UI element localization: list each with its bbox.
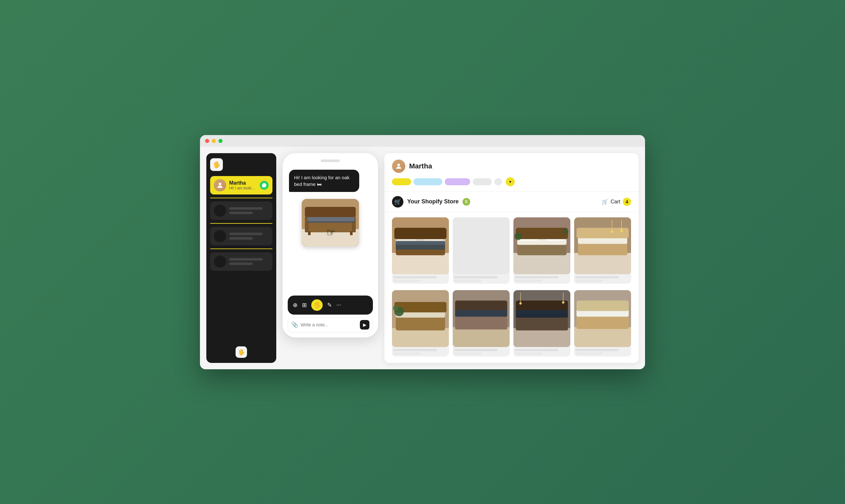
product-name-line-4 [576, 276, 619, 278]
maximize-button[interactable] [218, 139, 223, 143]
svg-rect-52 [455, 300, 507, 310]
products-grid-row2 [384, 289, 639, 362]
product-name-line-2 [454, 276, 497, 278]
product-price-line-3 [515, 280, 542, 282]
bed-visual-5 [392, 290, 449, 347]
contact-placeholder-1[interactable] [210, 201, 272, 220]
product-card-7[interactable] [513, 290, 570, 357]
shopify-customer-header: Martha ▾ [384, 153, 639, 192]
message-text: Hi! I am looking for an oak bed frame 🛏 [294, 175, 349, 187]
avatar-martha [214, 179, 226, 191]
product-meta-6 [453, 347, 510, 357]
contact-preview-martha: Hi! I am looking... [229, 186, 257, 190]
store-info: 🛒 Your Shopify Store S [392, 196, 470, 208]
tag-4[interactable] [473, 178, 492, 185]
svg-rect-22 [394, 228, 446, 239]
bed-svg-5 [392, 290, 449, 347]
svg-point-30 [514, 232, 522, 240]
sidebar-logo-top: 🖐 [210, 158, 223, 171]
product-name-line-1 [393, 276, 437, 278]
svg-rect-54 [513, 328, 570, 347]
bed-svg-1 [392, 217, 449, 274]
browser-content: 🖐 Martha Hi! I am looking... [200, 147, 645, 369]
product-card-6[interactable] [453, 290, 510, 357]
name-line-1 [229, 207, 263, 210]
tag-2[interactable] [413, 178, 442, 185]
customer-avatar [392, 160, 405, 173]
svg-rect-13 [350, 231, 353, 235]
product-card-2[interactable] [453, 217, 510, 284]
add-icon[interactable]: ⊕ [293, 302, 298, 309]
cart-info[interactable]: 🛒 Cart 4 [602, 198, 631, 206]
contact-item-martha[interactable]: Martha Hi! I am looking... [210, 176, 272, 195]
svg-rect-49 [453, 327, 510, 347]
cart-label: Cart [611, 199, 620, 205]
customer-tags: ▾ [392, 177, 631, 186]
phone-notch [321, 160, 340, 162]
bed-svg-4 [574, 217, 631, 274]
customer-person-icon [395, 162, 403, 170]
product-meta-7 [513, 347, 570, 357]
phone-toolbar: ⊕ ⊞ 🖐 ✎ ··· [288, 295, 373, 314]
product-image-7 [513, 290, 570, 347]
note-input[interactable] [301, 322, 357, 327]
attach-icon[interactable]: 📎 [291, 321, 298, 328]
contact-placeholder-3[interactable] [210, 252, 272, 271]
product-meta-5 [392, 347, 449, 357]
product-image-2 [453, 217, 510, 274]
svg-rect-11 [305, 207, 356, 217]
products-grid-row1 [384, 212, 639, 289]
tag-3[interactable] [445, 178, 470, 185]
phone-mockup: Hi! I am looking for an oak bed frame 🛏 [283, 153, 378, 338]
tag-1[interactable] [392, 178, 411, 185]
tag-5[interactable] [494, 178, 502, 185]
sidebar-divider-2 [210, 223, 272, 224]
store-name: Your Shopify Store [407, 198, 459, 205]
shopify-panel: Martha ▾ 🛒 Your Shopify Store [384, 153, 639, 363]
avatar-placeholder-1 [214, 205, 226, 217]
sidebar-divider [210, 198, 272, 198]
more-icon[interactable]: ··· [336, 302, 341, 308]
svg-rect-12 [308, 231, 311, 235]
bed-svg-8 [574, 290, 631, 347]
product-card-1[interactable] [392, 217, 449, 284]
browser-titlebar [200, 135, 645, 147]
bed-visual-8 [574, 290, 631, 347]
svg-point-39 [611, 230, 614, 233]
bed-illustration [302, 199, 359, 247]
product-card-4[interactable] [574, 217, 631, 284]
message-bubble: Hi! I am looking for an oak bed frame 🛏 [289, 170, 359, 192]
svg-rect-66 [576, 300, 629, 311]
svg-rect-63 [574, 327, 631, 347]
contact-placeholder-2[interactable] [210, 227, 272, 245]
customer-avatar-image [392, 160, 405, 173]
send-button[interactable]: ▶ [360, 320, 369, 329]
expand-tags-button[interactable]: ▾ [506, 177, 515, 186]
minimize-button[interactable] [212, 139, 216, 143]
product-image-chat[interactable]: ☞ [302, 199, 359, 247]
fingerprint-icon-top: 🖐 [213, 161, 221, 168]
product-image-8 [574, 290, 631, 347]
grid-icon[interactable]: ⊞ [302, 302, 307, 309]
product-price-line-4 [576, 280, 603, 282]
product-card-3[interactable] [513, 217, 570, 284]
product-card-8[interactable] [574, 290, 631, 357]
phone-input-row: 📎 ▶ [288, 317, 373, 332]
edit-icon[interactable]: ✎ [327, 302, 332, 309]
bed-visual-1 [392, 217, 449, 274]
hand-cursor: ☞ [327, 227, 336, 239]
svg-rect-57 [516, 300, 568, 310]
person-silhouette [216, 181, 224, 189]
product-card-5[interactable] [392, 290, 449, 357]
close-button[interactable] [205, 139, 209, 143]
fingerprint-icon-bottom: 🖐 [235, 346, 247, 358]
svg-point-60 [520, 302, 522, 304]
svg-point-40 [620, 229, 623, 232]
fingerprint-toolbar-icon[interactable]: 🖐 [311, 299, 323, 311]
phone-messages: Hi! I am looking for an oak bed frame 🛏 [288, 167, 373, 293]
fingerprint-char: 🖐 [314, 302, 320, 309]
avatar-placeholder-2 [214, 230, 226, 242]
product-image-5 [392, 290, 449, 347]
name-line-2 [229, 233, 263, 235]
product-meta-1 [392, 274, 449, 284]
